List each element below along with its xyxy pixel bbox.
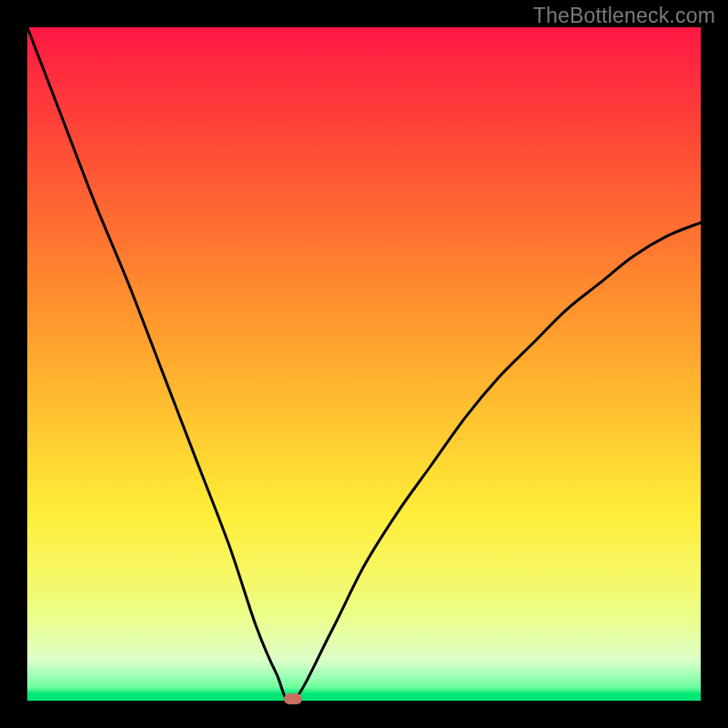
optimal-point-marker (284, 693, 302, 704)
chart-plot-area (27, 27, 701, 701)
watermark-text: TheBottleneck.com (533, 4, 715, 28)
bottleneck-curve (27, 27, 701, 701)
